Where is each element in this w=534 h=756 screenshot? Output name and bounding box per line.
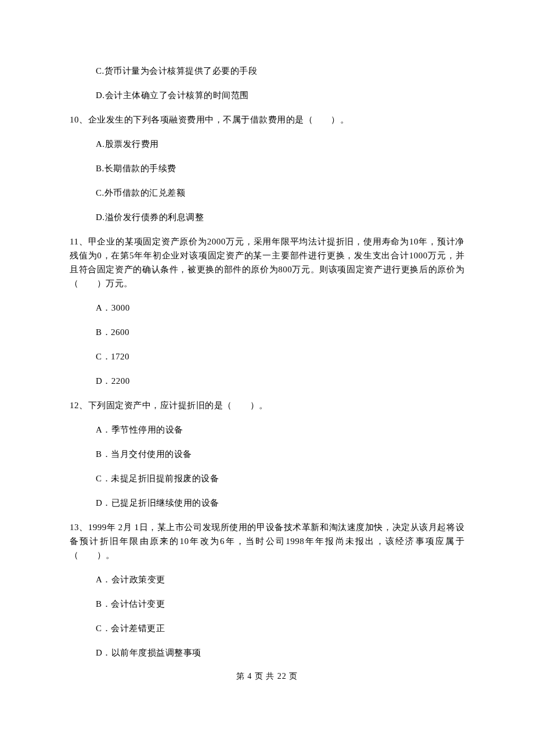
q9-option-d: D.会计主体确立了会计核算的时间范围: [70, 88, 464, 102]
q11-stem: 11、甲企业的某项固定资产原价为2000万元，采用年限平均法计提折旧，使用寿命为…: [70, 235, 464, 290]
q11-option-d: D．2200: [70, 374, 464, 388]
q10-option-c: C.外币借款的汇兑差额: [70, 186, 464, 200]
q10-option-b: B.长期借款的手续费: [70, 161, 464, 175]
q12-option-b: B．当月交付使用的设备: [70, 447, 464, 461]
q13-option-d: D．以前年度损益调整事项: [70, 646, 464, 660]
page-footer: 第 4 页 共 22 页: [70, 670, 464, 683]
q10-option-d: D.溢价发行债券的利息调整: [70, 210, 464, 224]
q11-option-c: C．1720: [70, 350, 464, 363]
q13-option-b: B．会计估计变更: [70, 597, 464, 611]
q13-option-c: C．会计差错更正: [70, 621, 464, 635]
q9-option-c: C.货币计量为会计核算提供了必要的手段: [70, 64, 464, 78]
q13-stem: 13、1999年 2月 1日，某上市公司发现所使用的甲设备技术革新和淘汰速度加快…: [70, 520, 464, 562]
q13-option-a: A．会计政策变更: [70, 573, 464, 586]
q12-stem: 12、下列固定资产中，应计提折旧的是（ ）。: [70, 398, 464, 412]
q12-option-c: C．未提足折旧提前报废的设备: [70, 471, 464, 485]
q12-option-a: A．季节性停用的设备: [70, 423, 464, 437]
q10-option-a: A.股票发行费用: [70, 137, 464, 151]
q12-option-d: D．已提足折旧继续使用的设备: [70, 496, 464, 510]
q11-option-a: A．3000: [70, 301, 464, 315]
document-page: C.货币计量为会计核算提供了必要的手段 D.会计主体确立了会计核算的时间范围 1…: [0, 0, 534, 700]
q10-stem: 10、企业发生的下列各项融资费用中，不属于借款费用的是（ ）。: [70, 113, 464, 127]
q11-option-b: B．2600: [70, 325, 464, 339]
